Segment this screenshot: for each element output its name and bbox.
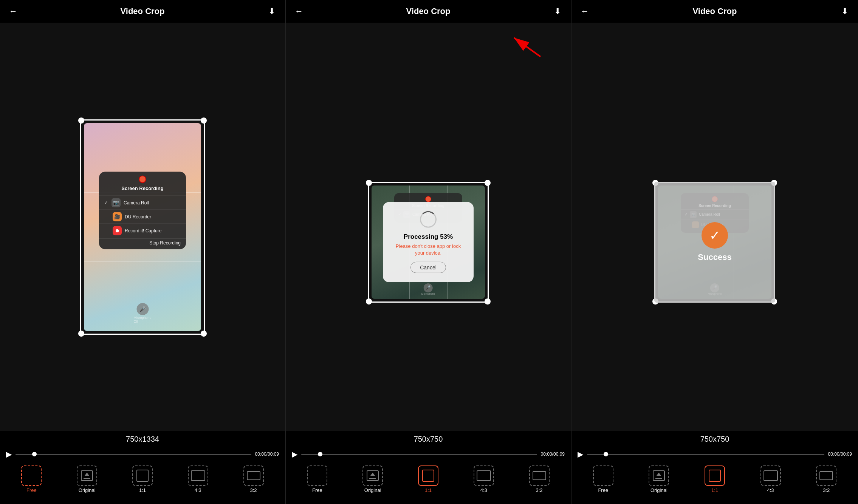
processing-subtitle: Please don't close app or lock your devi…: [393, 243, 463, 256]
original-icon-3[interactable]: [649, 465, 669, 486]
stop-recording[interactable]: Stop Recording: [149, 240, 181, 245]
tool-free[interactable]: Free: [14, 465, 48, 493]
crop-handle-2-tr[interactable]: [485, 180, 491, 186]
header-3: ← Video Crop ⬇: [571, 0, 858, 23]
crop-handle-2-tl[interactable]: [366, 180, 372, 186]
progress-track-2[interactable]: [301, 454, 537, 455]
crop-handle-2-br[interactable]: [485, 298, 491, 305]
save-button-3[interactable]: ⬇: [839, 6, 850, 16]
1x1-icon[interactable]: [132, 465, 153, 486]
back-button[interactable]: ←: [8, 6, 19, 16]
crop-handle-2-bl[interactable]: [366, 298, 372, 305]
play-button-2[interactable]: ▶: [292, 450, 297, 459]
cancel-button[interactable]: Cancel: [410, 262, 446, 273]
video-area-2: Screen Recording ✓📷Camera Roll 🎤 Microph…: [286, 23, 571, 431]
1x1-label-3: 1:1: [711, 487, 718, 493]
free-label-3: Free: [598, 487, 608, 493]
progress-track[interactable]: [15, 454, 251, 455]
free-icon-2[interactable]: [307, 465, 327, 486]
sr-title: Screen Recording: [121, 185, 163, 191]
time-display: 00:00/00:09: [255, 451, 279, 457]
tool-3x2-2[interactable]: 3:2: [522, 465, 556, 493]
tool-1x1-2[interactable]: 1:1: [411, 465, 445, 493]
video-area-3: Screen Recording ✓📷Camera Roll DU Record…: [571, 23, 858, 431]
back-button-2[interactable]: ←: [293, 6, 305, 16]
3x2-icon-2[interactable]: [529, 465, 550, 486]
tool-original[interactable]: Original: [70, 465, 104, 493]
spinner: [420, 211, 437, 227]
1x1-icon-2[interactable]: [418, 465, 438, 486]
original-icon[interactable]: [77, 465, 97, 486]
tool-original-3[interactable]: Original: [642, 465, 676, 493]
4x3-icon-2[interactable]: [474, 465, 494, 486]
play-button-3[interactable]: ▶: [578, 450, 583, 459]
save-button-2[interactable]: ⬇: [552, 6, 563, 16]
4x3-label-2: 4:3: [480, 487, 487, 493]
mic-button[interactable]: 🎤: [136, 303, 149, 315]
4x3-icon-3[interactable]: [760, 465, 781, 486]
dimension-label-2: 750x750: [286, 431, 571, 446]
processing-title: Processing 53%: [393, 233, 463, 240]
original-label-2: Original: [364, 487, 381, 493]
sr-du-label: DU Recorder: [125, 214, 151, 219]
tool-1x1[interactable]: 1:1: [125, 465, 160, 493]
1x1-icon-3[interactable]: [705, 465, 725, 486]
original-icon-2[interactable]: [362, 465, 383, 486]
save-button[interactable]: ⬇: [266, 6, 277, 16]
bottom-toolbar-1: Free Original 1:1 4:3: [0, 462, 285, 504]
progress-thumb-2[interactable]: [318, 452, 322, 456]
svg-line-1: [514, 38, 541, 57]
record-dot: [139, 175, 146, 183]
mic-label: MicrophoneOff: [133, 316, 151, 323]
4x3-icon[interactable]: [188, 465, 208, 486]
crop-handle-tl[interactable]: [78, 117, 84, 124]
page-title: Video Crop: [19, 6, 266, 16]
tool-free-3[interactable]: Free: [586, 465, 620, 493]
sr-recordit-label: Record it! Capture: [125, 228, 161, 233]
header-1: ← Video Crop ⬇: [0, 0, 285, 23]
time-display-3: 00:00/00:09: [828, 451, 852, 457]
sr-camera-roll[interactable]: ✓ 📷 Camera Roll: [99, 195, 186, 209]
tool-4x3-3[interactable]: 4:3: [754, 465, 788, 493]
progress-track-3[interactable]: [587, 454, 824, 455]
bottom-toolbar-3: Free Original 1:1 4:3: [571, 462, 858, 504]
4x3-label: 4:3: [195, 487, 201, 493]
tool-3x2-3[interactable]: 3:2: [809, 465, 843, 493]
tool-3x2[interactable]: 3:2: [237, 465, 271, 493]
free-icon[interactable]: [21, 465, 42, 486]
time-display-2: 00:00/00:09: [541, 451, 565, 457]
panel-1: ← Video Crop ⬇ Screen Recording: [0, 0, 286, 504]
tool-4x3-2[interactable]: 4:3: [467, 465, 501, 493]
success-overlay: ✓ Success: [654, 182, 775, 303]
sr-record-it[interactable]: ⏺ Record it! Capture: [99, 223, 186, 237]
crop-handle-br[interactable]: [201, 331, 207, 337]
play-button[interactable]: ▶: [6, 450, 12, 459]
original-label: Original: [79, 487, 96, 493]
crop-handle-tr[interactable]: [201, 117, 207, 124]
tool-free-2[interactable]: Free: [300, 465, 334, 493]
sr-du-recorder[interactable]: 🎥 DU Recorder: [99, 209, 186, 223]
3x2-icon-3[interactable]: [816, 465, 836, 486]
3x2-label-3: 3:2: [823, 487, 830, 493]
progress-thumb-3[interactable]: [604, 452, 608, 456]
tool-4x3[interactable]: 4:3: [181, 465, 215, 493]
progress-thumb[interactable]: [32, 452, 37, 456]
free-icon-3[interactable]: [593, 465, 613, 486]
3x2-label-2: 3:2: [536, 487, 543, 493]
free-label-2: Free: [312, 487, 322, 493]
video-area-1: Screen Recording ✓ 📷 Camera Roll 🎥 DU Re…: [0, 23, 285, 431]
bottom-toolbar-2: Free Original 1:1 4:3: [286, 462, 571, 504]
header-2: ← Video Crop ⬇: [286, 0, 571, 23]
playback-bar-3: ▶ 00:00/00:09: [571, 446, 858, 462]
page-title-3: Video Crop: [590, 6, 839, 16]
tool-original-2[interactable]: Original: [356, 465, 390, 493]
crop-handle-bl[interactable]: [78, 331, 84, 337]
3x2-icon[interactable]: [243, 465, 264, 486]
4x3-label-3: 4:3: [767, 487, 774, 493]
tool-1x1-3[interactable]: 1:1: [698, 465, 732, 493]
success-label: Success: [698, 252, 731, 262]
back-button-3[interactable]: ←: [579, 6, 590, 16]
playback-bar-2: ▶ 00:00/00:09: [286, 446, 571, 462]
panel-2: ← Video Crop ⬇: [286, 0, 571, 504]
dimension-label-3: 750x750: [571, 431, 858, 446]
